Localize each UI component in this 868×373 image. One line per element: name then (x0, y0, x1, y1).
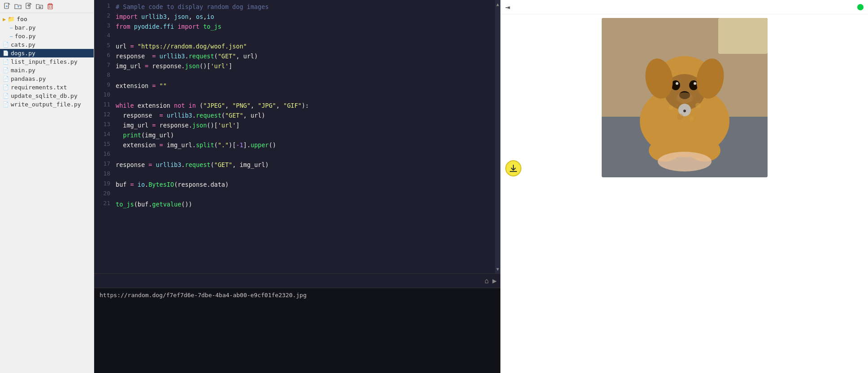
code-line-6: 6 response = urllib3.request("GET", url) (94, 51, 493, 61)
editor-bottom-bar: ⌂ ▶ (94, 273, 500, 288)
py-file-icon: 📄 (3, 101, 9, 107)
file-name: dogs.py (11, 50, 35, 57)
line-number: 6 (98, 51, 110, 58)
code-line-21: 21 to_js(buf.getvalue()) (94, 199, 493, 209)
upload-icon[interactable] (24, 2, 33, 11)
file-name: requirements.txt (11, 84, 67, 91)
folder-icon: ▶ (3, 16, 6, 22)
code-line-1: 1 # Sample code to display random dog im… (94, 2, 493, 12)
file-name: write_output_file.py (11, 101, 81, 108)
code-scrollbar[interactable]: ▲ ▼ (495, 0, 500, 273)
svg-point-25 (677, 92, 693, 103)
code-line-7: 7 img_url = response.json()['url'] (94, 61, 493, 71)
line-number: 2 (98, 12, 110, 19)
line-code: while extension not in ("JPEG", "PNG", "… (116, 101, 309, 110)
right-content-area (501, 181, 868, 373)
file-cats-py[interactable]: 📄 cats.py (0, 40, 94, 49)
home-icon[interactable]: ⌂ (485, 276, 489, 285)
file-bar-py[interactable]: — bar.py (7, 23, 94, 32)
line-number: 19 (98, 180, 110, 187)
code-editor[interactable]: 1 # Sample code to display random dog im… (94, 0, 500, 273)
line-number: 8 (98, 71, 110, 78)
svg-point-33 (669, 105, 673, 110)
code-line-5: 5 url = "https://random.dog/woof.json" (94, 41, 493, 51)
svg-point-22 (676, 82, 678, 85)
file-name: cats.py (11, 41, 35, 48)
file-name: list_input_files.py (11, 58, 78, 65)
line-number: 15 (98, 140, 110, 147)
py-file-icon: 📄 (3, 50, 9, 56)
line-code: from pyodide.ffi import to_js (116, 22, 221, 31)
folder-foo[interactable]: ▶ 📁 foo (0, 15, 94, 23)
line-code: buf = io.BytesIO(response.data) (116, 180, 229, 189)
svg-rect-6 (26, 3, 30, 9)
code-line-11: 11 while extension not in ("JPEG", "PNG"… (94, 101, 493, 110)
login-icon[interactable]: ⇥ (505, 2, 510, 12)
svg-point-23 (694, 82, 696, 85)
line-number: 4 (98, 31, 110, 39)
line-number: 20 (98, 189, 110, 197)
download-folder-icon[interactable] (35, 2, 44, 11)
output-url: https://random.dog/f7ef7d6e-7dbe-4ba4-ab… (100, 292, 307, 298)
py-file-icon: 📄 (3, 67, 9, 73)
file-list-input-files-py[interactable]: 📄 list_input_files.py (0, 57, 94, 66)
line-code: extension = "" (116, 81, 167, 91)
new-folder-icon[interactable] (13, 2, 22, 11)
file-name: pandaas.py (11, 75, 46, 82)
scroll-down-arrow[interactable]: ▼ (496, 265, 499, 273)
file-dogs-py[interactable]: 📄 dogs.py (0, 49, 94, 57)
folder-icon-shape: 📁 (8, 16, 15, 22)
file-foo-py[interactable]: — foo.py (7, 32, 94, 40)
folder-foo-children: — bar.py — foo.py (0, 23, 94, 40)
code-line-9: 9 extension = "" (94, 81, 493, 91)
code-line-19: 19 buf = io.BytesIO(response.data) (94, 180, 493, 189)
file-update-sqlite-db-py[interactable]: 📄 update_sqlite_db.py (0, 92, 94, 100)
new-file-icon[interactable] (3, 2, 12, 11)
svg-point-34 (695, 103, 701, 108)
py-file-icon: 📄 (3, 93, 9, 99)
py-file-icon: — (10, 33, 13, 39)
py-file-icon: — (10, 25, 13, 31)
file-name: main.py (11, 67, 35, 74)
right-panel: ⇥ (500, 0, 868, 373)
line-code: print(img_url) (116, 130, 174, 140)
py-file-icon: 📄 (3, 76, 9, 82)
scroll-up-arrow[interactable]: ▲ (496, 0, 499, 9)
svg-rect-16 (718, 18, 768, 54)
folder-name: foo (17, 16, 27, 22)
run-icon[interactable]: ▶ (492, 276, 497, 285)
line-code: to_js(buf.getvalue()) (116, 199, 192, 209)
svg-point-36 (689, 117, 694, 121)
line-number: 3 (98, 22, 110, 29)
code-content: 1 # Sample code to display random dog im… (94, 0, 500, 211)
dog-photo: ● (602, 18, 768, 177)
code-line-16: 16 (94, 150, 493, 160)
line-number: 18 (98, 170, 110, 177)
code-line-4: 4 (94, 31, 493, 41)
download-button[interactable] (505, 160, 521, 176)
file-requirements-txt[interactable]: 📄 requirements.txt (0, 83, 94, 92)
line-code: img_url = response.json()['url'] (116, 61, 232, 71)
code-line-10: 10 (94, 91, 493, 101)
file-main-py[interactable]: 📄 main.py (0, 66, 94, 75)
line-code: import urllib3, json, os,io (116, 12, 214, 22)
line-number: 10 (98, 91, 110, 98)
line-number: 13 (98, 120, 110, 127)
line-code: url = "https://random.dog/woof.json" (116, 41, 247, 51)
file-tree: ▶ 📁 foo — bar.py — foo.py 📄 cats.py 📄 do… (0, 13, 94, 110)
code-line-14: 14 print(img_url) (94, 130, 493, 140)
file-pandaas-py[interactable]: 📄 pandaas.py (0, 75, 94, 83)
delete-icon[interactable] (46, 2, 55, 11)
file-write-output-file-py[interactable]: 📄 write_output_file.py (0, 100, 94, 109)
line-number: 9 (98, 81, 110, 88)
line-number: 12 (98, 110, 110, 118)
code-line-18: 18 (94, 170, 493, 180)
code-line-3: 3 from pyodide.ffi import to_js (94, 22, 493, 31)
svg-rect-10 (48, 5, 52, 9)
code-editor-area: 1 # Sample code to display random dog im… (94, 0, 500, 373)
status-dot (857, 4, 864, 10)
code-line-12: 12 response = urllib3.request("GET", url… (94, 110, 493, 120)
line-code: response = urllib3.request("GET", url) (116, 110, 265, 120)
line-number: 17 (98, 160, 110, 167)
svg-point-35 (677, 114, 683, 120)
